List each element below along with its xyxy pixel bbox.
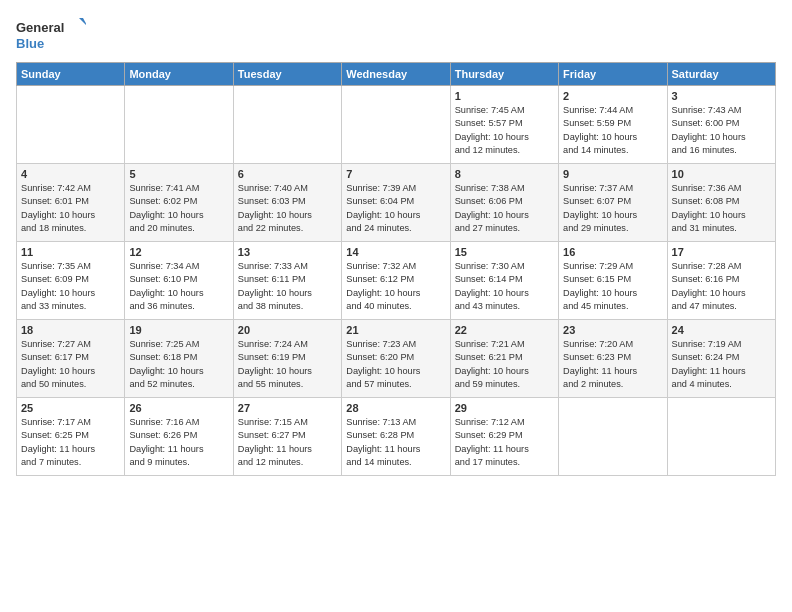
day-info: Sunrise: 7:41 AM Sunset: 6:02 PM Dayligh… xyxy=(129,182,228,235)
day-number: 2 xyxy=(563,90,662,102)
calendar-cell: 24Sunrise: 7:19 AM Sunset: 6:24 PM Dayli… xyxy=(667,320,775,398)
calendar-cell: 7Sunrise: 7:39 AM Sunset: 6:04 PM Daylig… xyxy=(342,164,450,242)
day-number: 17 xyxy=(672,246,771,258)
day-info: Sunrise: 7:20 AM Sunset: 6:23 PM Dayligh… xyxy=(563,338,662,391)
day-info: Sunrise: 7:28 AM Sunset: 6:16 PM Dayligh… xyxy=(672,260,771,313)
day-number: 15 xyxy=(455,246,554,258)
calendar-header-row: SundayMondayTuesdayWednesdayThursdayFrid… xyxy=(17,63,776,86)
day-info: Sunrise: 7:43 AM Sunset: 6:00 PM Dayligh… xyxy=(672,104,771,157)
day-info: Sunrise: 7:35 AM Sunset: 6:09 PM Dayligh… xyxy=(21,260,120,313)
day-number: 16 xyxy=(563,246,662,258)
header-saturday: Saturday xyxy=(667,63,775,86)
calendar-table: SundayMondayTuesdayWednesdayThursdayFrid… xyxy=(16,62,776,476)
calendar-cell xyxy=(125,86,233,164)
day-number: 4 xyxy=(21,168,120,180)
header-tuesday: Tuesday xyxy=(233,63,341,86)
day-number: 7 xyxy=(346,168,445,180)
calendar-cell: 27Sunrise: 7:15 AM Sunset: 6:27 PM Dayli… xyxy=(233,398,341,476)
logo-svg: General Blue xyxy=(16,16,86,54)
day-info: Sunrise: 7:33 AM Sunset: 6:11 PM Dayligh… xyxy=(238,260,337,313)
calendar-cell: 8Sunrise: 7:38 AM Sunset: 6:06 PM Daylig… xyxy=(450,164,558,242)
calendar-cell: 15Sunrise: 7:30 AM Sunset: 6:14 PM Dayli… xyxy=(450,242,558,320)
header-wednesday: Wednesday xyxy=(342,63,450,86)
day-number: 3 xyxy=(672,90,771,102)
day-number: 13 xyxy=(238,246,337,258)
day-info: Sunrise: 7:39 AM Sunset: 6:04 PM Dayligh… xyxy=(346,182,445,235)
day-info: Sunrise: 7:42 AM Sunset: 6:01 PM Dayligh… xyxy=(21,182,120,235)
day-number: 21 xyxy=(346,324,445,336)
day-info: Sunrise: 7:40 AM Sunset: 6:03 PM Dayligh… xyxy=(238,182,337,235)
logo: General Blue xyxy=(16,16,86,54)
day-number: 29 xyxy=(455,402,554,414)
header-monday: Monday xyxy=(125,63,233,86)
calendar-cell: 20Sunrise: 7:24 AM Sunset: 6:19 PM Dayli… xyxy=(233,320,341,398)
day-number: 27 xyxy=(238,402,337,414)
calendar-cell: 19Sunrise: 7:25 AM Sunset: 6:18 PM Dayli… xyxy=(125,320,233,398)
day-number: 18 xyxy=(21,324,120,336)
day-number: 14 xyxy=(346,246,445,258)
day-number: 22 xyxy=(455,324,554,336)
calendar-cell xyxy=(233,86,341,164)
svg-text:Blue: Blue xyxy=(16,36,44,51)
day-number: 11 xyxy=(21,246,120,258)
calendar-cell: 21Sunrise: 7:23 AM Sunset: 6:20 PM Dayli… xyxy=(342,320,450,398)
day-info: Sunrise: 7:27 AM Sunset: 6:17 PM Dayligh… xyxy=(21,338,120,391)
calendar-cell: 23Sunrise: 7:20 AM Sunset: 6:23 PM Dayli… xyxy=(559,320,667,398)
header-sunday: Sunday xyxy=(17,63,125,86)
day-info: Sunrise: 7:19 AM Sunset: 6:24 PM Dayligh… xyxy=(672,338,771,391)
calendar-cell: 18Sunrise: 7:27 AM Sunset: 6:17 PM Dayli… xyxy=(17,320,125,398)
day-info: Sunrise: 7:29 AM Sunset: 6:15 PM Dayligh… xyxy=(563,260,662,313)
calendar-cell: 16Sunrise: 7:29 AM Sunset: 6:15 PM Dayli… xyxy=(559,242,667,320)
calendar-cell xyxy=(342,86,450,164)
calendar-cell: 5Sunrise: 7:41 AM Sunset: 6:02 PM Daylig… xyxy=(125,164,233,242)
day-number: 10 xyxy=(672,168,771,180)
calendar-cell: 22Sunrise: 7:21 AM Sunset: 6:21 PM Dayli… xyxy=(450,320,558,398)
day-number: 28 xyxy=(346,402,445,414)
calendar-cell: 28Sunrise: 7:13 AM Sunset: 6:28 PM Dayli… xyxy=(342,398,450,476)
day-info: Sunrise: 7:13 AM Sunset: 6:28 PM Dayligh… xyxy=(346,416,445,469)
day-number: 19 xyxy=(129,324,228,336)
day-info: Sunrise: 7:32 AM Sunset: 6:12 PM Dayligh… xyxy=(346,260,445,313)
svg-text:General: General xyxy=(16,20,64,35)
day-info: Sunrise: 7:15 AM Sunset: 6:27 PM Dayligh… xyxy=(238,416,337,469)
calendar-cell: 12Sunrise: 7:34 AM Sunset: 6:10 PM Dayli… xyxy=(125,242,233,320)
day-info: Sunrise: 7:36 AM Sunset: 6:08 PM Dayligh… xyxy=(672,182,771,235)
week-row-5: 25Sunrise: 7:17 AM Sunset: 6:25 PM Dayli… xyxy=(17,398,776,476)
day-info: Sunrise: 7:17 AM Sunset: 6:25 PM Dayligh… xyxy=(21,416,120,469)
calendar-cell: 1Sunrise: 7:45 AM Sunset: 5:57 PM Daylig… xyxy=(450,86,558,164)
day-number: 1 xyxy=(455,90,554,102)
calendar-cell: 13Sunrise: 7:33 AM Sunset: 6:11 PM Dayli… xyxy=(233,242,341,320)
week-row-3: 11Sunrise: 7:35 AM Sunset: 6:09 PM Dayli… xyxy=(17,242,776,320)
calendar-cell: 25Sunrise: 7:17 AM Sunset: 6:25 PM Dayli… xyxy=(17,398,125,476)
day-number: 25 xyxy=(21,402,120,414)
calendar-cell xyxy=(17,86,125,164)
header-thursday: Thursday xyxy=(450,63,558,86)
calendar-cell: 26Sunrise: 7:16 AM Sunset: 6:26 PM Dayli… xyxy=(125,398,233,476)
day-info: Sunrise: 7:23 AM Sunset: 6:20 PM Dayligh… xyxy=(346,338,445,391)
day-number: 26 xyxy=(129,402,228,414)
day-info: Sunrise: 7:44 AM Sunset: 5:59 PM Dayligh… xyxy=(563,104,662,157)
calendar-cell: 11Sunrise: 7:35 AM Sunset: 6:09 PM Dayli… xyxy=(17,242,125,320)
day-info: Sunrise: 7:12 AM Sunset: 6:29 PM Dayligh… xyxy=(455,416,554,469)
day-info: Sunrise: 7:30 AM Sunset: 6:14 PM Dayligh… xyxy=(455,260,554,313)
day-info: Sunrise: 7:37 AM Sunset: 6:07 PM Dayligh… xyxy=(563,182,662,235)
day-info: Sunrise: 7:16 AM Sunset: 6:26 PM Dayligh… xyxy=(129,416,228,469)
day-number: 6 xyxy=(238,168,337,180)
calendar-cell: 3Sunrise: 7:43 AM Sunset: 6:00 PM Daylig… xyxy=(667,86,775,164)
day-info: Sunrise: 7:38 AM Sunset: 6:06 PM Dayligh… xyxy=(455,182,554,235)
day-info: Sunrise: 7:45 AM Sunset: 5:57 PM Dayligh… xyxy=(455,104,554,157)
calendar-cell: 2Sunrise: 7:44 AM Sunset: 5:59 PM Daylig… xyxy=(559,86,667,164)
day-number: 12 xyxy=(129,246,228,258)
calendar-cell: 17Sunrise: 7:28 AM Sunset: 6:16 PM Dayli… xyxy=(667,242,775,320)
day-info: Sunrise: 7:21 AM Sunset: 6:21 PM Dayligh… xyxy=(455,338,554,391)
calendar-cell: 4Sunrise: 7:42 AM Sunset: 6:01 PM Daylig… xyxy=(17,164,125,242)
week-row-1: 1Sunrise: 7:45 AM Sunset: 5:57 PM Daylig… xyxy=(17,86,776,164)
day-number: 5 xyxy=(129,168,228,180)
calendar-cell: 9Sunrise: 7:37 AM Sunset: 6:07 PM Daylig… xyxy=(559,164,667,242)
day-info: Sunrise: 7:34 AM Sunset: 6:10 PM Dayligh… xyxy=(129,260,228,313)
day-number: 23 xyxy=(563,324,662,336)
day-number: 24 xyxy=(672,324,771,336)
day-info: Sunrise: 7:25 AM Sunset: 6:18 PM Dayligh… xyxy=(129,338,228,391)
day-number: 20 xyxy=(238,324,337,336)
calendar-cell: 6Sunrise: 7:40 AM Sunset: 6:03 PM Daylig… xyxy=(233,164,341,242)
